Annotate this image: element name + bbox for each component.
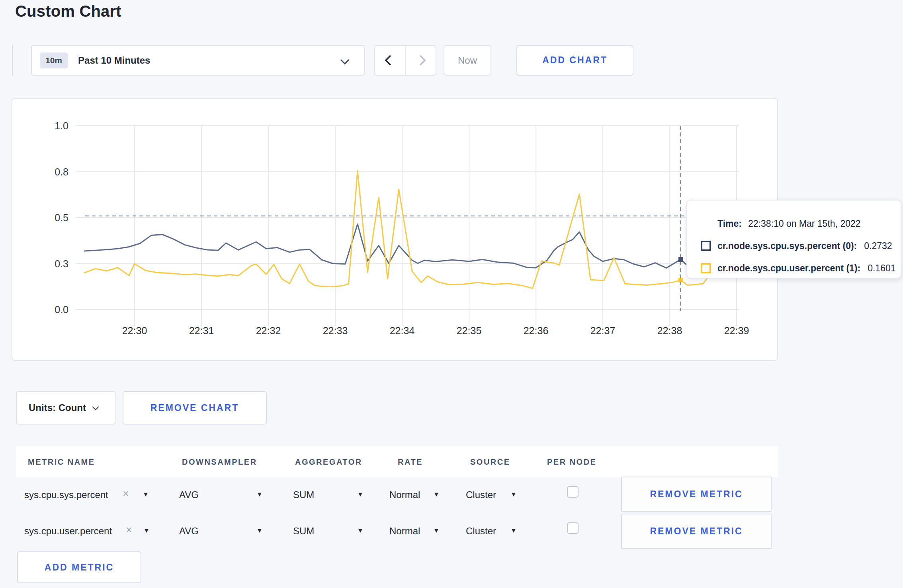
caret-down-icon[interactable]: ▼ [433,527,440,534]
chart-card[interactable] [12,98,778,361]
remove-metric-x-icon[interactable]: × [123,488,129,500]
col-header-downsampler: DOWNSAMPLER [182,446,257,477]
time-nav-group [374,45,436,76]
col-header-rate: RATE [398,446,423,477]
col-header-metric-name: METRIC NAME [28,446,95,477]
tooltip-series-label: cr.node.sys.cpu.user.percent (1): [717,263,860,274]
rate-select[interactable]: Normal [389,489,420,500]
downsampler-select[interactable]: AVG [179,489,199,500]
remove-metric-x-icon[interactable]: × [126,524,132,536]
tooltip-series-row: cr.node.sys.cpu.sys.percent (0): 0.2732 [687,235,901,257]
metric-name-value[interactable]: sys.cpu.user.percent [24,526,112,537]
caret-down-icon[interactable]: ▼ [256,527,263,534]
next-range-button[interactable] [406,46,436,75]
caret-down-icon[interactable]: ▼ [256,491,263,498]
caret-down-icon[interactable]: ▼ [510,491,517,498]
tooltip-series-label: cr.node.sys.cpu.sys.percent (0): [717,241,857,251]
tooltip-time-value: 22:38:10 on Mar 15th, 2022 [748,218,861,229]
source-select[interactable]: Cluster [466,526,496,537]
per-node-checkbox[interactable] [567,486,579,498]
add-metric-button[interactable]: ADD METRIC [17,551,141,583]
prev-range-button[interactable] [375,46,406,75]
caret-down-icon[interactable]: ▼ [433,491,440,498]
time-range-select[interactable]: 10m Past 10 Minutes [31,45,365,76]
units-select[interactable]: Units: Count [16,391,115,424]
chart-tooltip: Time: 22:38:10 on Mar 15th, 2022 cr.node… [686,200,901,278]
toolbar-divider [12,45,13,76]
aggregator-select[interactable]: SUM [293,489,314,500]
custom-chart-page: Custom Chart 10m Past 10 Minutes Now ADD… [0,0,903,588]
col-header-aggregator: AGGREGATOR [295,446,362,477]
page-title: Custom Chart [15,2,121,20]
tooltip-series-value: 0.1601 [868,263,895,274]
metrics-table-header: METRIC NAME DOWNSAMPLER AGGREGATOR RATE … [16,446,778,477]
source-select[interactable]: Cluster [466,489,496,500]
rate-select[interactable]: Normal [389,526,420,537]
time-range-label: Past 10 Minutes [78,55,150,66]
caret-down-icon[interactable]: ▼ [357,527,364,534]
now-button[interactable]: Now [444,45,491,76]
tooltip-time-row: Time: 22:38:10 on Mar 15th, 2022 [687,212,901,235]
caret-down-icon[interactable]: ▼ [143,527,150,534]
chevron-right-icon [415,55,426,66]
remove-metric-button[interactable]: REMOVE METRIC [621,477,772,512]
units-label: Units: Count [29,402,86,413]
caret-down-icon[interactable]: ▼ [357,491,364,498]
downsampler-select[interactable]: AVG [179,526,199,537]
series-swatch-icon [701,263,711,273]
time-range-badge: 10m [40,53,68,68]
col-header-source: SOURCE [470,446,510,477]
tooltip-series-value: 0.2732 [864,241,892,251]
chevron-left-icon [385,55,395,66]
tooltip-series-row: cr.node.sys.cpu.user.percent (1): 0.1601 [687,257,901,279]
tooltip-time-label: Time: [717,218,742,229]
add-chart-button[interactable]: ADD CHART [516,45,633,76]
col-header-per-node: PER NODE [547,446,596,477]
chevron-down-icon [340,56,350,65]
metric-name-value[interactable]: sys.cpu.sys.percent [24,489,108,500]
chevron-down-icon [92,404,99,411]
remove-chart-button[interactable]: REMOVE CHART [123,391,267,424]
per-node-checkbox[interactable] [567,522,579,534]
aggregator-select[interactable]: SUM [293,526,314,537]
remove-metric-button[interactable]: REMOVE METRIC [621,514,772,549]
caret-down-icon[interactable]: ▼ [510,527,517,534]
series-swatch-icon [701,241,711,251]
caret-down-icon[interactable]: ▼ [143,491,149,498]
